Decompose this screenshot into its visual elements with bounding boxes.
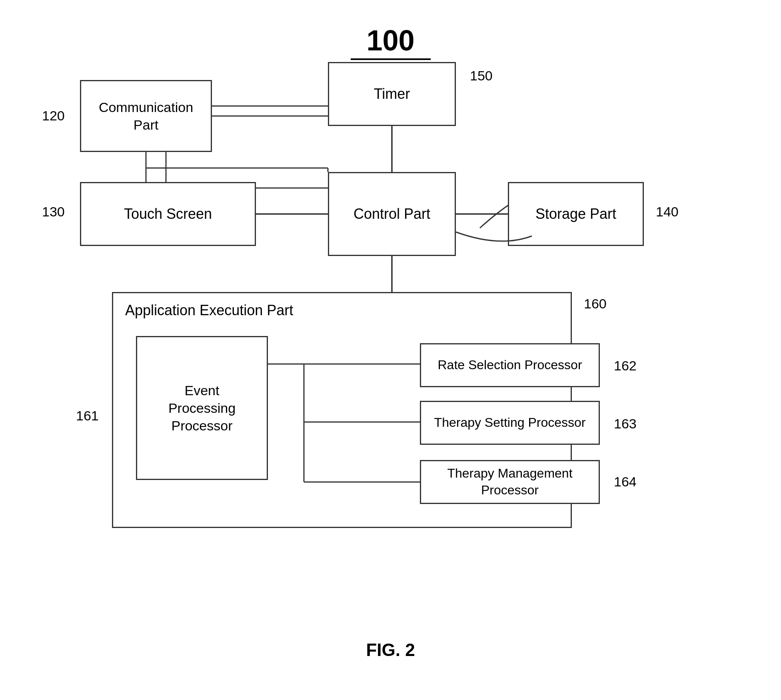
main-title: 100 — [351, 24, 431, 60]
ref-164: 164 — [614, 474, 637, 490]
event-processing-box: Event Processing Processor — [136, 336, 268, 480]
touch-screen-box: Touch Screen — [80, 182, 256, 246]
ref-150: 150 — [470, 68, 493, 84]
control-part-label: Control Part — [354, 205, 430, 224]
ref-130: 130 — [42, 204, 65, 220]
timer-box: Timer — [328, 62, 456, 126]
therapy-setting-label: Therapy Setting Processor — [434, 414, 586, 431]
therapy-setting-box: Therapy Setting Processor — [420, 401, 600, 445]
communication-part-label: Communication Part — [99, 98, 193, 134]
ref-160: 160 — [584, 296, 607, 312]
ref-161: 161 — [76, 408, 99, 424]
rate-selection-label: Rate Selection Processor — [437, 357, 582, 374]
communication-part-box: Communication Part — [80, 80, 212, 152]
touch-screen-label: Touch Screen — [124, 205, 212, 224]
application-execution-label: Application Execution Part — [125, 301, 293, 320]
ref-163: 163 — [614, 416, 637, 432]
control-part-box: Control Part — [328, 172, 456, 256]
ref-162: 162 — [614, 358, 637, 374]
ref-140: 140 — [656, 204, 679, 220]
event-processing-label: Event Processing Processor — [168, 382, 236, 435]
storage-part-label: Storage Part — [535, 205, 616, 224]
therapy-management-label: Therapy Management Processor — [421, 465, 599, 498]
therapy-management-box: Therapy Management Processor — [420, 460, 600, 504]
timer-label: Timer — [374, 85, 410, 104]
ref-120: 120 — [42, 108, 65, 124]
storage-part-box: Storage Part — [508, 182, 644, 246]
rate-selection-box: Rate Selection Processor — [420, 343, 600, 387]
fig-caption: FIG. 2 — [366, 640, 415, 660]
